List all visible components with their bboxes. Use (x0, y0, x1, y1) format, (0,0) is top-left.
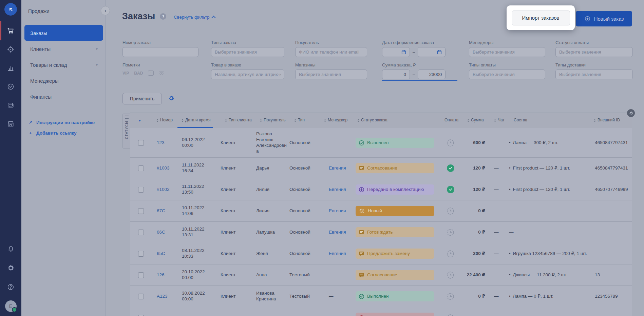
filter-select[interactable]: Выберите значения (555, 70, 633, 79)
bar-chart-icon[interactable] (0, 61, 21, 75)
apply-filter-button[interactable]: Применить (122, 93, 162, 104)
sidebar-item-Клиенты[interactable]: Клиенты▾ (24, 41, 103, 57)
status-badge[interactable]: Готов ждать (356, 227, 434, 237)
order-number-link[interactable]: 126 (157, 272, 165, 277)
gear-icon[interactable] (0, 261, 21, 275)
retailcrm-logo-icon[interactable] (4, 3, 17, 16)
help-badge-icon[interactable]: ? (160, 13, 166, 20)
frame-exclaim-icon[interactable]: ! (148, 71, 154, 76)
mark-bad[interactable]: BAD (134, 71, 143, 76)
filter-select[interactable]: Выберите значения (469, 47, 545, 57)
sidebar-link[interactable]: +Добавить ссылку (21, 128, 105, 138)
sort-icon[interactable] (182, 119, 184, 122)
statuses-side-tab[interactable]: СТАТУСЫ (122, 114, 130, 149)
select-dropdown-icon[interactable]: ▼ (138, 119, 141, 122)
sort-icon[interactable] (357, 119, 359, 122)
sidebar-item-Товары и склад[interactable]: Товары и склад▾ (24, 57, 103, 73)
avatar[interactable]: E (5, 300, 17, 312)
status-badge[interactable]: Недозвон (356, 313, 434, 316)
column-header-chat[interactable]: Чат (491, 113, 507, 128)
sort-icon[interactable] (594, 119, 596, 122)
crosshair-icon[interactable] (0, 42, 21, 56)
sidebar-item-Менеджеры[interactable]: Менеджеры (24, 73, 103, 88)
filter-input[interactable] (122, 47, 198, 57)
bell-icon[interactable] (0, 242, 21, 256)
manager-link[interactable]: Евгения (329, 165, 346, 171)
sidebar-link[interactable]: ↗Инструкции по настройке (21, 117, 105, 128)
sidebar-item-Финансы[interactable]: Финансы (24, 89, 103, 104)
row-checkbox[interactable] (138, 272, 144, 278)
status-badge[interactable]: Новый (356, 206, 434, 216)
column-header-external[interactable]: Внешний ID (592, 113, 632, 128)
date-from-input[interactable] (382, 47, 410, 57)
filter-input[interactable]: ФИО или телефон или email (295, 47, 367, 57)
sum-from-input[interactable]: 0 (382, 70, 410, 79)
row-checkbox[interactable] (138, 315, 144, 316)
client-type-cell: Клиент (214, 208, 253, 214)
column-header-datetime[interactable]: Дата и время (171, 113, 214, 128)
row-checkbox[interactable] (138, 294, 144, 299)
filter-select[interactable]: Выберите значения (469, 70, 545, 79)
sum-to-input[interactable]: 23000 (418, 70, 446, 79)
column-header-manager[interactable]: Менеджер (321, 113, 353, 128)
column-header-status[interactable]: Статус заказа (353, 113, 438, 128)
status-badge[interactable]: Передано в комплектацию (356, 184, 434, 195)
sort-icon[interactable] (260, 119, 262, 122)
row-checkbox[interactable] (138, 140, 144, 146)
column-header-sum[interactable]: Сумма (463, 113, 491, 128)
column-header-customer[interactable]: Покупатель (253, 113, 287, 128)
status-badge[interactable]: Выполнен (356, 138, 434, 148)
manager-link[interactable]: Евгения (329, 208, 346, 213)
order-number-link[interactable]: 123 (157, 140, 165, 145)
order-number-link[interactable]: A123 (157, 294, 168, 299)
import-orders-button[interactable]: Импорт заказов (512, 11, 570, 25)
status-badge[interactable]: Согласование (356, 270, 434, 280)
row-checkbox[interactable] (138, 208, 144, 214)
sort-icon[interactable] (494, 119, 496, 122)
manager-link[interactable]: Евгения (329, 251, 346, 256)
column-header-number[interactable]: Номер (147, 113, 171, 128)
calendar-icon[interactable] (401, 50, 406, 55)
row-checkbox[interactable] (138, 251, 144, 257)
cart-icon[interactable] (0, 24, 21, 37)
alarm-clock-icon[interactable] (159, 71, 164, 76)
column-header-clienttype[interactable]: Тип клиента (214, 113, 253, 128)
manager-link[interactable]: Евгения (329, 230, 346, 235)
column-header-type[interactable]: Тип (287, 113, 321, 128)
mark-vip[interactable]: VIP (122, 71, 129, 76)
filter-input[interactable]: Название, артикул или штрих-код (211, 70, 284, 79)
status-badge[interactable]: Выполнен (356, 291, 434, 301)
row-checkbox[interactable] (138, 187, 144, 193)
store-icon[interactable] (0, 117, 21, 131)
column-header-sel[interactable]: ▼ (130, 113, 147, 128)
row-checkbox[interactable] (138, 165, 144, 171)
sort-icon[interactable] (324, 119, 326, 122)
order-number-link[interactable]: #1002 (157, 187, 170, 192)
table-settings-gear-icon[interactable] (627, 109, 635, 117)
help-icon[interactable] (0, 280, 21, 294)
collapse-filter-link[interactable]: Свернуть фильтр (174, 15, 215, 20)
check-circle-icon[interactable] (0, 80, 21, 93)
filter-settings-gear-icon[interactable] (168, 95, 175, 103)
sort-icon[interactable] (467, 119, 469, 122)
status-badge[interactable]: Согласование (356, 163, 434, 173)
sort-icon[interactable] (294, 119, 296, 122)
status-badge[interactable]: Предложить замену (356, 249, 434, 259)
calendar-icon[interactable] (437, 50, 442, 55)
sidebar-item-Заказы[interactable]: Заказы (24, 25, 103, 41)
order-number-link[interactable]: #1003 (157, 165, 170, 171)
row-checkbox[interactable] (138, 230, 144, 235)
sort-icon[interactable] (156, 119, 158, 122)
chat-icon[interactable] (0, 98, 21, 112)
filter-select[interactable]: Выберите значения (295, 70, 367, 79)
date-to-input[interactable] (418, 47, 446, 57)
order-number-link[interactable]: 66C (157, 230, 165, 235)
order-number-link[interactable]: 65C (157, 251, 165, 256)
sort-icon[interactable] (225, 119, 227, 122)
manager-link[interactable]: Евгения (329, 187, 346, 192)
filter-select[interactable]: Выберите значения (555, 47, 633, 57)
order-number-link[interactable]: 67C (157, 208, 165, 213)
filter-select[interactable]: Выберите значения (211, 47, 284, 57)
new-order-button[interactable]: Новый заказ (576, 11, 632, 26)
sidebar-collapse-button[interactable]: ‹ (101, 6, 110, 15)
